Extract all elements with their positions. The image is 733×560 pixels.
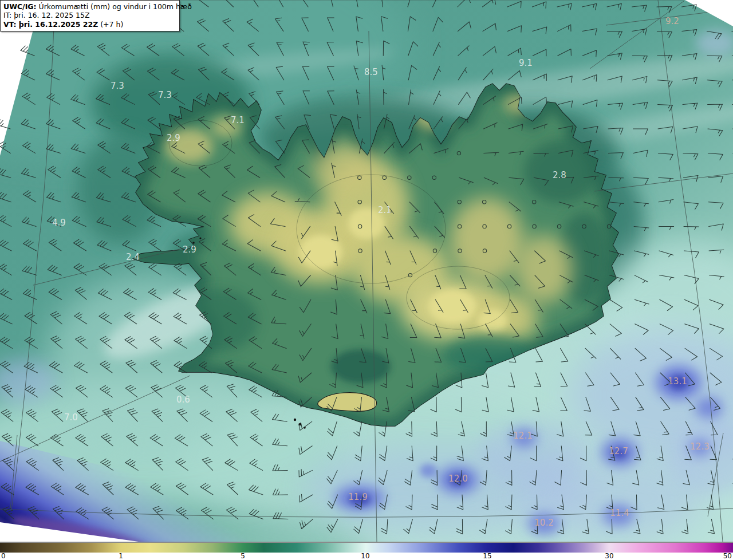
colorbar-tick: 5 [241,552,245,560]
precip-max-label: 9.2 [665,16,679,26]
colorbar-tick: 10 [361,552,369,560]
precip-max-label: 7.1 [231,115,245,125]
init-time-line: IT: þri. 16. 12. 2025 15Z [3,11,175,19]
precip-max-label: 7.3 [111,81,124,91]
precip-max-label: 11.4 [610,508,629,518]
precip-max-label: 12.0 [448,474,467,484]
precip-max-label: 12.7 [609,446,628,456]
colorbar-tick: 15 [483,552,491,560]
precip-max-label: 2.8 [553,170,566,180]
precip-max-label: 13.1 [668,376,687,387]
colorbar-tick: 1 [119,552,123,560]
precip-max-label: 2.9 [183,244,196,255]
precip-max-label: 12.3 [690,441,709,452]
precip-max-label: 7.0 [64,412,78,423]
map-title-text: Úrkomumætti (mm) og vindur i 100m hæð [37,2,192,11]
colorbar-gradient [0,543,733,553]
precip-max-label: 2.1 [378,205,392,215]
map-title-line: UWC/IG: Úrkomumætti (mm) og vindur i 100… [3,2,175,11]
precip-max-label: 8.5 [364,67,378,77]
colorbar-tick: 30 [605,552,613,560]
model-name: UWC/IG: [3,2,37,11]
colorbar: 01510153050 [0,542,733,560]
valid-time-offset: (+7 h) [98,20,123,29]
map-title-box: UWC/IG: Úrkomumætti (mm) og vindur i 100… [0,0,180,31]
breidafjordur-islet [199,237,201,239]
precip-max-label: 0.6 [176,395,190,405]
precip-wind-map: 7.37.32.97.18.59.19.22.84.92.92.42.10.67… [0,0,733,560]
breidafjordur-islet [192,242,195,244]
precip-max-label: 2.9 [167,133,180,143]
precip-max-label: 9.1 [519,58,533,68]
weather-map-canvas: 7.37.32.97.18.59.19.22.84.92.92.42.10.67… [0,0,733,560]
precip-max-label: 7.3 [158,90,172,100]
valid-time-line: VT: þri. 16.12.2025 22Z (+7 h) [3,20,175,29]
colorbar-tick-labels: 01510153050 [0,553,733,560]
precip-max-label: 4.9 [52,218,66,228]
vestmannaeyjar-island [294,419,296,421]
colorbar-tick: 50 [723,552,732,560]
precip-max-label: 12.1 [513,431,532,441]
valid-time-bold: VT: þri. 16.12.2025 22Z [3,20,98,29]
colorbar-tick: 0 [1,552,6,560]
precip-max-label: 10.2 [534,518,553,528]
precip-max-label: 2.4 [126,252,140,262]
precip-max-label: 11.9 [348,492,367,502]
